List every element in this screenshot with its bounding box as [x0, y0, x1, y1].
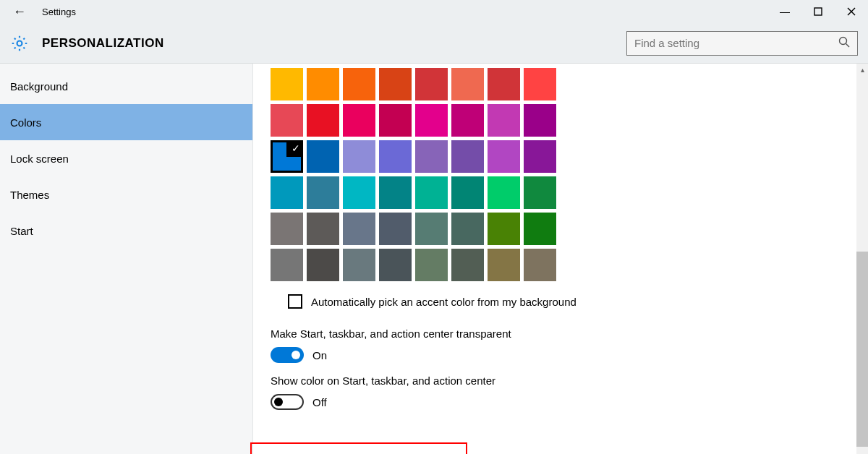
color-swatch[interactable] [524, 213, 556, 245]
search-input[interactable] [634, 37, 838, 49]
search-icon [838, 36, 850, 50]
color-swatch[interactable] [271, 176, 303, 209]
color-swatch[interactable] [307, 68, 339, 100]
color-swatch[interactable] [271, 68, 303, 100]
color-swatch[interactable] [451, 140, 484, 173]
sidebar-item-background[interactable]: Background [0, 68, 252, 104]
transparent-toggle[interactable] [271, 347, 304, 363]
color-swatch[interactable] [415, 140, 448, 173]
color-swatch[interactable] [488, 68, 520, 100]
back-arrow-icon[interactable]: ← [13, 5, 26, 18]
maximize-button[interactable] [801, 0, 835, 23]
header: PERSONALIZATION [0, 23, 868, 64]
color-swatch[interactable] [307, 249, 339, 281]
titlebar: ← Settings — [0, 0, 868, 23]
color-swatch[interactable] [379, 249, 412, 281]
color-swatch[interactable] [307, 176, 339, 209]
transparent-label: Make Start, taskbar, and action center t… [271, 327, 851, 340]
color-swatch[interactable] [343, 68, 375, 100]
sidebar-item-start[interactable]: Start [0, 213, 252, 249]
color-swatch[interactable] [524, 249, 556, 281]
color-swatch[interactable]: ✓ [271, 140, 303, 173]
color-swatch[interactable] [271, 104, 303, 137]
show-color-label: Show color on Start, taskbar, and action… [271, 374, 851, 387]
color-swatch[interactable] [343, 104, 375, 137]
content-area: ✓ Automatically pick an accent color fro… [253, 64, 868, 454]
color-swatch[interactable] [451, 176, 484, 209]
color-swatch[interactable] [379, 140, 412, 173]
svg-point-3 [17, 40, 22, 46]
color-swatch[interactable] [488, 176, 520, 209]
color-swatch[interactable] [524, 176, 556, 209]
color-swatch[interactable] [488, 249, 520, 281]
auto-pick-row[interactable]: Automatically pick an accent color from … [288, 294, 851, 309]
sidebar-item-themes[interactable]: Themes [0, 176, 252, 213]
color-swatch[interactable] [343, 213, 375, 245]
minimize-button[interactable]: — [768, 0, 801, 23]
check-icon: ✓ [292, 142, 300, 154]
color-swatch[interactable] [307, 213, 339, 245]
color-swatch[interactable] [379, 68, 412, 100]
color-swatch[interactable] [488, 140, 520, 173]
close-button[interactable] [835, 0, 868, 23]
color-swatch[interactable] [451, 249, 484, 281]
color-swatch[interactable] [415, 249, 448, 281]
color-swatch[interactable] [524, 104, 556, 137]
page-title: PERSONALIZATION [42, 36, 164, 51]
window-title: Settings [42, 7, 76, 17]
svg-rect-0 [814, 8, 822, 15]
color-swatch[interactable] [488, 104, 520, 137]
sidebar: BackgroundColorsLock screenThemesStart [0, 64, 253, 454]
color-swatch[interactable] [379, 176, 412, 209]
color-swatch[interactable] [271, 249, 303, 281]
svg-line-5 [846, 44, 850, 48]
svg-point-4 [840, 38, 847, 45]
show-color-toggle[interactable] [271, 394, 304, 410]
show-color-state: Off [312, 396, 327, 408]
search-box[interactable] [626, 31, 858, 56]
color-swatch[interactable] [343, 176, 375, 209]
sidebar-item-colors[interactable]: Colors [0, 104, 252, 140]
color-swatch[interactable] [343, 140, 375, 173]
gear-icon [10, 34, 29, 53]
color-swatch[interactable] [451, 68, 484, 100]
window-controls: — [768, 0, 868, 23]
scroll-up-icon[interactable]: ▴ [856, 64, 868, 75]
vertical-scrollbar[interactable]: ▴ [856, 64, 868, 454]
transparent-state: On [312, 349, 327, 361]
color-swatch[interactable] [379, 213, 412, 245]
accent-color-grid: ✓ [271, 68, 851, 281]
color-swatch[interactable] [307, 104, 339, 137]
sidebar-item-lock-screen[interactable]: Lock screen [0, 140, 252, 176]
auto-pick-label: Automatically pick an accent color from … [311, 296, 576, 308]
color-swatch[interactable] [379, 104, 412, 137]
color-swatch[interactable] [343, 249, 375, 281]
color-swatch[interactable] [415, 176, 448, 209]
color-swatch[interactable] [271, 213, 303, 245]
color-swatch[interactable] [524, 68, 556, 100]
color-swatch[interactable] [415, 104, 448, 137]
auto-pick-checkbox[interactable] [288, 294, 302, 309]
color-swatch[interactable] [451, 104, 484, 137]
scrollbar-thumb[interactable] [856, 252, 868, 447]
color-swatch[interactable] [451, 213, 484, 245]
color-swatch[interactable] [524, 140, 556, 173]
color-swatch[interactable] [415, 68, 448, 100]
color-swatch[interactable] [307, 140, 339, 173]
color-swatch[interactable] [415, 213, 448, 245]
color-swatch[interactable] [488, 213, 520, 245]
